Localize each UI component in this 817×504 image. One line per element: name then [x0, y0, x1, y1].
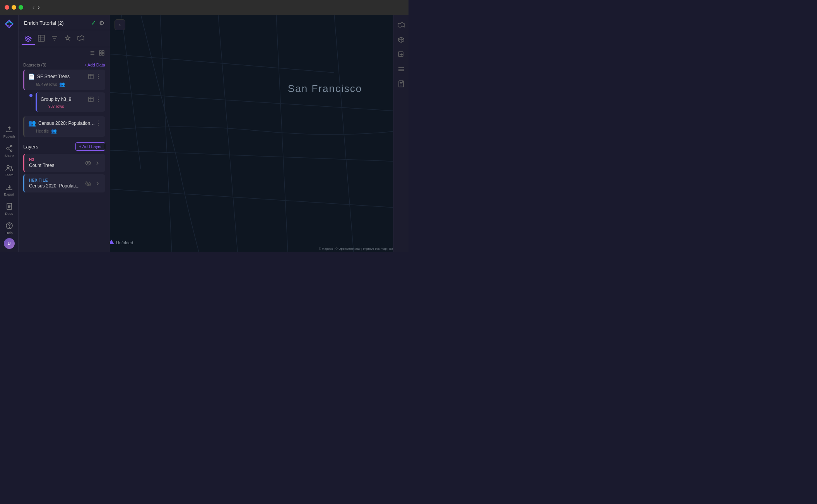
dataset-row: Group by h3_9 ⋮ [41, 95, 101, 103]
svg-point-1 [10, 150, 12, 152]
back-arrow[interactable]: ‹ [32, 4, 34, 11]
far-left-sidebar: Publish Share Team Export [0, 15, 19, 252]
svg-rect-9 [99, 53, 101, 55]
tab-table[interactable] [35, 32, 48, 45]
user-avatar[interactable]: U [4, 238, 15, 249]
dataset-table-icon[interactable] [88, 74, 94, 79]
chevron-right-icon[interactable] [94, 160, 101, 166]
svg-text:Unfolded: Unfolded [116, 240, 133, 245]
publish-label: Publish [3, 135, 15, 138]
list-view-btn[interactable] [89, 49, 96, 58]
layer-item-hex-tile[interactable]: Hex Tile Census 2020: Populati... [23, 174, 105, 192]
sidebar-item-team[interactable]: Team [0, 161, 18, 180]
export-label: Export [4, 192, 14, 196]
layer-actions [85, 160, 101, 166]
dataset-row-count: 65,499 rows [36, 82, 57, 87]
right-tool-draw[interactable] [395, 49, 407, 60]
svg-rect-6 [38, 35, 44, 41]
dataset-item-group-by-h3[interactable]: Group by h3_9 ⋮ [36, 92, 105, 112]
map-collapse-button[interactable]: ‹ [115, 19, 125, 30]
derived-table-icon[interactable] [88, 97, 94, 102]
derived-row-count: 937 rows [48, 104, 64, 109]
dataset-item-census-2020[interactable]: 👥 Census 2020: Population & Race ⋮ Hex t… [23, 116, 105, 137]
map-svg: San Francisco Unfolded © Mapbox | © Open… [110, 15, 393, 252]
right-toolbar [393, 15, 408, 252]
share-label: Share [4, 154, 14, 158]
svg-point-5 [9, 228, 9, 228]
svg-rect-11 [89, 74, 93, 79]
panel-title: Enrich Tutorial (2) [24, 20, 64, 26]
layer-name: Census 2020: Populati... [29, 183, 85, 189]
dataset-actions: ⋮ [95, 119, 101, 127]
dataset-name: SF Street Trees [37, 74, 70, 79]
census-more-icon[interactable]: ⋮ [95, 119, 101, 127]
add-data-button[interactable]: + Add Data [84, 63, 105, 67]
sidebar-item-help[interactable]: Help [0, 219, 18, 238]
minimize-button[interactable] [12, 5, 16, 10]
panel-header-actions: ✓ ⚙ [91, 19, 104, 27]
layer-info: H3 Count Trees [29, 158, 85, 168]
sidebar-item-publish[interactable]: Publish [0, 122, 18, 141]
layer-type: Hex Tile [29, 178, 85, 182]
svg-point-0 [10, 145, 12, 147]
dataset-file-icon: 📄 [28, 73, 35, 80]
view-toggle [19, 47, 110, 60]
layers-section: Layers + Add Layer H3 Count Trees [19, 139, 110, 252]
sidebar-item-share[interactable]: Share [0, 141, 18, 161]
layers-header: Layers + Add Layer [23, 142, 105, 151]
datasets-section-header: Datasets (3) + Add Data [23, 60, 105, 70]
maximize-button[interactable] [19, 5, 23, 10]
layer-actions [85, 180, 101, 187]
join-icon: 👥 [59, 82, 65, 87]
dataset-meta: 65,499 rows 👥 [28, 82, 101, 87]
docs-label: Docs [5, 212, 13, 216]
svg-point-13 [87, 162, 89, 164]
right-tool-list[interactable] [395, 63, 407, 75]
nav-arrows: ‹ › [32, 4, 40, 11]
right-tool-report[interactable] [395, 78, 407, 90]
grid-view-btn[interactable] [98, 49, 105, 58]
layer-name: Count Trees [29, 163, 85, 168]
tab-effects[interactable] [61, 32, 74, 45]
close-button[interactable] [5, 5, 9, 10]
forward-arrow[interactable]: › [38, 4, 39, 11]
dataset-item-sf-street-trees[interactable]: 📄 SF Street Trees ⋮ 65,499 rows 👥 [23, 70, 105, 90]
city-label: San Francisco [288, 83, 362, 94]
attribution: © Mapbox | © OpenStreetMap | Improve thi… [319, 247, 393, 250]
settings-icon[interactable]: ⚙ [99, 19, 104, 27]
dataset-name: Census 2020: Population & Race [38, 121, 95, 126]
add-layer-button[interactable]: + Add Layer [75, 142, 105, 151]
svg-point-2 [7, 148, 8, 149]
dataset-info: Group by h3_9 [41, 97, 88, 102]
tab-filter[interactable] [48, 32, 61, 45]
dataset-info: 📄 SF Street Trees [28, 73, 88, 80]
derived-more-icon[interactable]: ⋮ [95, 95, 101, 103]
dataset-name: Group by h3_9 [41, 97, 71, 102]
chevron-right-icon-hex[interactable] [94, 180, 101, 187]
census-join-icon: 👥 [51, 128, 57, 134]
team-label: Team [5, 173, 13, 177]
hex-tile-badge: Hex tile [36, 129, 49, 133]
visibility-off-icon[interactable] [85, 180, 91, 187]
app-logo[interactable] [3, 18, 15, 30]
dataset-more-icon[interactable]: ⋮ [95, 73, 101, 80]
svg-rect-26 [398, 52, 403, 56]
layer-type: H3 [29, 158, 85, 162]
left-panel: Enrich Tutorial (2) ✓ ⚙ [19, 15, 110, 252]
dataset-actions: ⋮ [88, 73, 101, 80]
tab-layers[interactable] [22, 32, 35, 45]
visibility-icon[interactable] [85, 160, 91, 166]
layer-info: Hex Tile Census 2020: Populati... [29, 178, 85, 189]
layer-item-h3[interactable]: H3 Count Trees [23, 154, 105, 172]
right-tool-map[interactable] [395, 19, 407, 31]
census-icon: 👥 [28, 119, 36, 127]
sidebar-item-export[interactable]: Export [0, 180, 18, 199]
svg-rect-8 [102, 51, 104, 53]
tab-basemap[interactable] [74, 32, 87, 45]
sidebar-item-docs[interactable]: Docs [0, 199, 18, 219]
right-tool-3d[interactable] [395, 34, 407, 46]
dataset-info: 👥 Census 2020: Population & Race [28, 119, 95, 127]
datasets-section-title: Datasets (3) [23, 63, 46, 67]
map-area[interactable]: ‹ [110, 15, 393, 252]
status-check-icon: ✓ [91, 19, 96, 27]
